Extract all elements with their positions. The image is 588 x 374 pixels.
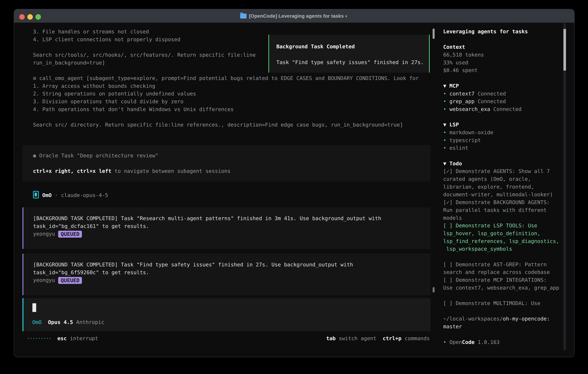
text-line: lsp_hover, lsp_goto_definition, bbox=[443, 229, 563, 237]
text-line bbox=[443, 253, 563, 261]
text-line: $0.46 spent bbox=[443, 66, 563, 74]
main-scrollbar-thumb[interactable] bbox=[433, 287, 435, 292]
text-line: search and replace across codebase bbox=[443, 268, 563, 276]
agent-icon bbox=[33, 191, 39, 198]
text-line: • eslint bbox=[443, 144, 563, 152]
text-line bbox=[33, 113, 419, 121]
text-line: 2. String operations on potentially unde… bbox=[33, 90, 419, 98]
model-indicator: OmO Opus 4.5 Anthropic bbox=[32, 318, 105, 326]
text-line: yeongyu QUEUED bbox=[33, 276, 430, 284]
text-line: ◉ Oracle Task "Deep architecture review" bbox=[33, 152, 430, 159]
text-line: ▼ Todo bbox=[443, 160, 563, 167]
text-line: [✓] Demonstrate BACKGROUND AGENTS: bbox=[443, 198, 563, 206]
text-line: ⚙ call_omo_agent [subagent_type=explore,… bbox=[33, 74, 419, 82]
text-line: • OpenCode 1.0.163 bbox=[443, 338, 563, 346]
toast-title: Background Task Completed bbox=[276, 43, 355, 51]
text-line: models bbox=[443, 214, 563, 222]
text-line bbox=[443, 291, 563, 299]
agent-header-text: OmO · claude-opus-4-5 bbox=[42, 192, 108, 198]
text-line: 3. Division operations that could divide… bbox=[33, 98, 419, 105]
text-line: 4. LSP client connections not properly d… bbox=[33, 36, 256, 43]
text-line: ~/local-workspaces/oh-my-opencode: bbox=[443, 315, 563, 323]
text-line: ▼ MCP bbox=[443, 82, 563, 90]
text-line: 4. Path operations that don't handle Win… bbox=[33, 105, 419, 113]
text-line: • websearch_exa Connected bbox=[443, 105, 563, 113]
text-line: task_id="bg_dcfac161" to get results. bbox=[33, 222, 430, 230]
text-line: 33% used bbox=[443, 59, 563, 67]
text-line: [ ] Demonstrate AST-GREP: Pattern bbox=[443, 261, 563, 269]
text-line: • typescript bbox=[443, 136, 563, 144]
text-line: lsp_workspace_symbols bbox=[443, 245, 563, 253]
text-line: Search src/ directory. Return specific f… bbox=[33, 121, 419, 129]
text-line: Leveraging agents for tasks bbox=[443, 28, 563, 35]
text-line bbox=[443, 331, 563, 338]
prompt-input[interactable]: OmO Opus 4.5 Anthropic bbox=[22, 298, 430, 331]
text-line: • markdown-oxide bbox=[443, 129, 563, 136]
text-line bbox=[33, 159, 430, 167]
agent-header: OmO · claude-opus-4-5 bbox=[33, 191, 108, 199]
text-line bbox=[33, 43, 256, 51]
text-line: [ ] Demonstrate MCP INTEGRATIONS: bbox=[443, 276, 563, 284]
text-line: [BACKGROUND TASK COMPLETED] Task "Find t… bbox=[33, 261, 430, 269]
main-scrollbar-thumb[interactable] bbox=[433, 29, 435, 39]
text-line: 3. File handles or streams not closed bbox=[33, 28, 256, 36]
title-bar[interactable]: [OpenCode] Leveraging agents for tasks ◐ bbox=[14, 9, 574, 23]
text-line: librarian, explore, frontend, bbox=[443, 183, 563, 191]
text-line: [ ] Demonstrate LSP TOOLS: Use bbox=[443, 222, 563, 229]
text-line: ctrl+x right, ctrl+x left to navigate be… bbox=[33, 167, 430, 175]
page: [OpenCode] Leveraging agents for tasks ◐… bbox=[0, 0, 588, 374]
oracle-task-card: ◉ Oracle Task "Deep architecture review"… bbox=[22, 145, 430, 181]
text-line bbox=[443, 113, 563, 121]
text-line: Search src/tools/, src/hooks/, src/featu… bbox=[33, 51, 256, 59]
statusbar-shortcuts: tab switch agent ctrl+p commands bbox=[275, 334, 430, 342]
statusbar-left: ········· esc interrupt bbox=[27, 334, 98, 342]
text-line: [BACKGROUND TASK COMPLETED] Task "Resear… bbox=[33, 215, 430, 222]
text-line: [ ] Demonstrate MULTIMODAL: Use bbox=[443, 299, 563, 307]
text-line: Use context7, websearch_exa, grep_app bbox=[443, 284, 563, 292]
sidebar-scrollbar-track[interactable] bbox=[563, 23, 566, 350]
toast-body: Task "Find type safety issues" finished … bbox=[276, 58, 424, 66]
text-line: • context7 Connected bbox=[443, 90, 563, 98]
text-line: • grep_app Connected bbox=[443, 97, 563, 105]
text-line: [✓] Demonstrate AGENTS: Show all 7 bbox=[443, 167, 563, 175]
session-sidebar: Leveraging agents for tasks Context66,51… bbox=[440, 22, 563, 346]
window-title: [OpenCode] Leveraging agents for tasks ◐ bbox=[14, 9, 574, 22]
transcript-top-lines: 3. File handles or streams not closed4. … bbox=[33, 28, 256, 67]
text-line: curated agents (OmO, oracle, bbox=[443, 175, 563, 183]
text-line: master bbox=[443, 323, 563, 331]
text-line: lsp_find_references, lsp_diagnostics, bbox=[443, 237, 563, 245]
window-title-text: [OpenCode] Leveraging agents for tasks ◐ bbox=[249, 13, 348, 19]
text-line: Context bbox=[443, 43, 563, 51]
text-line: yeongyu QUEUED bbox=[33, 230, 430, 238]
sidebar-scrollbar-thumb[interactable] bbox=[563, 29, 566, 71]
text-line bbox=[443, 152, 563, 160]
text-line: 1. Array access without bounds checking bbox=[33, 82, 419, 90]
background-task-card: [BACKGROUND TASK COMPLETED] Task "Find t… bbox=[22, 254, 430, 295]
text-line: 66,518 tokens bbox=[443, 51, 563, 59]
background-task-card: [BACKGROUND TASK COMPLETED] Task "Resear… bbox=[22, 208, 430, 249]
text-line bbox=[443, 307, 563, 315]
text-line bbox=[443, 35, 563, 43]
text-line: ▼ LSP bbox=[443, 121, 563, 129]
text-line: document-writer, multimodal-looker) bbox=[443, 191, 563, 198]
text-line: Run parallel tasks with different bbox=[443, 206, 563, 214]
background-task-toast: Background Task Completed Task "Find typ… bbox=[268, 35, 430, 73]
folder-icon bbox=[240, 14, 247, 19]
text-line: run_in_background=true] bbox=[33, 59, 256, 67]
text-cursor bbox=[32, 303, 36, 312]
text-line bbox=[443, 74, 563, 82]
text-line: task_id="bg_6f59260c" to get results. bbox=[33, 269, 430, 276]
tool-call-block: ⚙ call_omo_agent [subagent_type=explore,… bbox=[33, 74, 419, 129]
